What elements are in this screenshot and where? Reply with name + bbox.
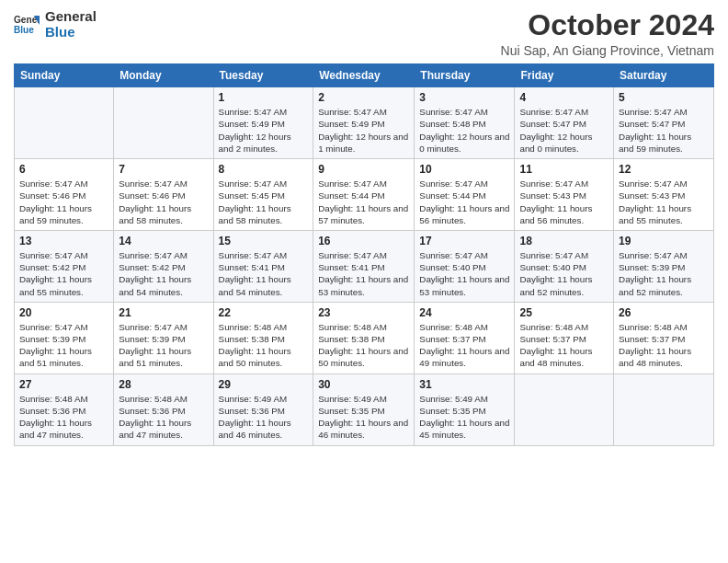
col-saturday: Saturday — [614, 64, 714, 87]
day-number: 10 — [419, 163, 509, 176]
day-number: 6 — [19, 163, 108, 176]
logo-blue: Blue — [45, 25, 97, 40]
calendar-cell-w4-d4: 23Sunrise: 5:48 AM Sunset: 5:38 PM Dayli… — [313, 302, 415, 373]
calendar-cell-w1-d3: 1Sunrise: 5:47 AM Sunset: 5:49 PM Daylig… — [213, 87, 313, 159]
col-thursday: Thursday — [415, 64, 515, 87]
calendar-cell-w1-d4: 2Sunrise: 5:47 AM Sunset: 5:49 PM Daylig… — [313, 87, 415, 159]
day-info: Sunrise: 5:47 AM Sunset: 5:46 PM Dayligh… — [19, 178, 108, 226]
day-info: Sunrise: 5:47 AM Sunset: 5:43 PM Dayligh… — [519, 178, 609, 226]
calendar-cell-w4-d1: 20Sunrise: 5:47 AM Sunset: 5:39 PM Dayli… — [15, 302, 114, 373]
day-info: Sunrise: 5:47 AM Sunset: 5:42 PM Dayligh… — [19, 249, 108, 298]
day-number: 15 — [219, 235, 309, 247]
svg-text:Blue: Blue — [14, 24, 34, 34]
calendar-cell-w3-d7: 19Sunrise: 5:47 AM Sunset: 5:39 PM Dayli… — [614, 230, 714, 302]
calendar-cell-w5-d1: 27Sunrise: 5:48 AM Sunset: 5:36 PM Dayli… — [15, 373, 114, 445]
day-info: Sunrise: 5:49 AM Sunset: 5:36 PM Dayligh… — [219, 393, 309, 442]
calendar-cell-w1-d7: 5Sunrise: 5:47 AM Sunset: 5:47 PM Daylig… — [614, 87, 714, 159]
day-info: Sunrise: 5:48 AM Sunset: 5:38 PM Dayligh… — [219, 321, 309, 370]
day-number: 3 — [419, 91, 509, 104]
day-info: Sunrise: 5:48 AM Sunset: 5:38 PM Dayligh… — [318, 321, 409, 370]
day-info: Sunrise: 5:47 AM Sunset: 5:41 PM Dayligh… — [318, 249, 409, 298]
day-info: Sunrise: 5:47 AM Sunset: 5:40 PM Dayligh… — [419, 249, 509, 298]
day-number: 2 — [318, 91, 409, 104]
day-number: 31 — [419, 378, 509, 391]
calendar-cell-w3-d1: 13Sunrise: 5:47 AM Sunset: 5:42 PM Dayli… — [15, 230, 114, 302]
calendar-cell-w5-d4: 30Sunrise: 5:49 AM Sunset: 5:35 PM Dayli… — [313, 373, 415, 445]
calendar-cell-w5-d5: 31Sunrise: 5:49 AM Sunset: 5:35 PM Dayli… — [415, 373, 515, 445]
day-info: Sunrise: 5:47 AM Sunset: 5:46 PM Dayligh… — [119, 178, 208, 226]
calendar-cell-w2-d3: 8Sunrise: 5:47 AM Sunset: 5:45 PM Daylig… — [213, 159, 313, 231]
day-info: Sunrise: 5:47 AM Sunset: 5:42 PM Dayligh… — [119, 249, 208, 298]
calendar-cell-w4-d6: 25Sunrise: 5:48 AM Sunset: 5:37 PM Dayli… — [515, 302, 614, 373]
day-info: Sunrise: 5:47 AM Sunset: 5:39 PM Dayligh… — [19, 321, 108, 370]
day-info: Sunrise: 5:47 AM Sunset: 5:45 PM Dayligh… — [219, 178, 309, 226]
day-info: Sunrise: 5:47 AM Sunset: 5:49 PM Dayligh… — [219, 106, 309, 155]
day-number: 19 — [619, 235, 709, 247]
calendar-week-1: 1Sunrise: 5:47 AM Sunset: 5:49 PM Daylig… — [15, 87, 714, 159]
day-info: Sunrise: 5:47 AM Sunset: 5:39 PM Dayligh… — [119, 321, 208, 370]
calendar-cell-w1-d2 — [114, 87, 213, 159]
col-sunday: Sunday — [15, 64, 114, 87]
day-number: 11 — [519, 163, 609, 176]
calendar-week-4: 20Sunrise: 5:47 AM Sunset: 5:39 PM Dayli… — [15, 302, 714, 373]
calendar-cell-w4-d7: 26Sunrise: 5:48 AM Sunset: 5:37 PM Dayli… — [614, 302, 714, 373]
day-number: 1 — [219, 91, 309, 104]
calendar-cell-w5-d6 — [515, 373, 614, 445]
calendar-cell-w4-d2: 21Sunrise: 5:47 AM Sunset: 5:39 PM Dayli… — [114, 302, 213, 373]
calendar-cell-w2-d2: 7Sunrise: 5:47 AM Sunset: 5:46 PM Daylig… — [114, 159, 213, 231]
logo-icon: General Blue — [14, 12, 40, 38]
day-info: Sunrise: 5:47 AM Sunset: 5:49 PM Dayligh… — [318, 106, 409, 155]
day-info: Sunrise: 5:47 AM Sunset: 5:48 PM Dayligh… — [419, 106, 509, 155]
calendar-cell-w1-d5: 3Sunrise: 5:47 AM Sunset: 5:48 PM Daylig… — [415, 87, 515, 159]
day-info: Sunrise: 5:48 AM Sunset: 5:37 PM Dayligh… — [619, 321, 709, 370]
calendar-cell-w3-d6: 18Sunrise: 5:47 AM Sunset: 5:40 PM Dayli… — [515, 230, 614, 302]
day-number: 21 — [119, 306, 208, 319]
weekday-header-row: Sunday Monday Tuesday Wednesday Thursday… — [15, 64, 714, 87]
day-number: 14 — [119, 235, 208, 247]
day-info: Sunrise: 5:47 AM Sunset: 5:43 PM Dayligh… — [619, 178, 709, 226]
day-number: 4 — [519, 91, 609, 104]
calendar-cell-w3-d5: 17Sunrise: 5:47 AM Sunset: 5:40 PM Dayli… — [415, 230, 515, 302]
day-number: 25 — [519, 306, 609, 319]
day-number: 29 — [219, 378, 309, 391]
calendar-cell-w4-d3: 22Sunrise: 5:48 AM Sunset: 5:38 PM Dayli… — [213, 302, 313, 373]
day-number: 5 — [619, 91, 709, 104]
day-info: Sunrise: 5:47 AM Sunset: 5:44 PM Dayligh… — [318, 178, 409, 226]
day-info: Sunrise: 5:47 AM Sunset: 5:39 PM Dayligh… — [619, 249, 709, 298]
calendar-cell-w5-d2: 28Sunrise: 5:48 AM Sunset: 5:36 PM Dayli… — [114, 373, 213, 445]
day-number: 26 — [619, 306, 709, 319]
day-number: 22 — [219, 306, 309, 319]
day-info: Sunrise: 5:48 AM Sunset: 5:37 PM Dayligh… — [519, 321, 609, 370]
day-number: 24 — [419, 306, 509, 319]
title-block: October 2024 Nui Sap, An Giang Province,… — [501, 9, 714, 58]
calendar-cell-w1-d1 — [15, 87, 114, 159]
calendar-cell-w5-d7 — [614, 373, 714, 445]
location-label: Nui Sap, An Giang Province, Vietnam — [501, 43, 714, 58]
col-wednesday: Wednesday — [313, 64, 415, 87]
page-header: General Blue General Blue October 2024 N… — [14, 9, 714, 58]
calendar-cell-w3-d2: 14Sunrise: 5:47 AM Sunset: 5:42 PM Dayli… — [114, 230, 213, 302]
day-info: Sunrise: 5:49 AM Sunset: 5:35 PM Dayligh… — [318, 393, 409, 442]
day-number: 13 — [19, 235, 108, 247]
day-number: 18 — [519, 235, 609, 247]
col-monday: Monday — [114, 64, 213, 87]
calendar-cell-w5-d3: 29Sunrise: 5:49 AM Sunset: 5:36 PM Dayli… — [213, 373, 313, 445]
calendar-week-5: 27Sunrise: 5:48 AM Sunset: 5:36 PM Dayli… — [15, 373, 714, 445]
day-info: Sunrise: 5:47 AM Sunset: 5:44 PM Dayligh… — [419, 178, 509, 226]
logo: General Blue General Blue — [14, 9, 97, 40]
logo-general: General — [45, 9, 97, 25]
col-tuesday: Tuesday — [213, 64, 313, 87]
calendar-cell-w2-d5: 10Sunrise: 5:47 AM Sunset: 5:44 PM Dayli… — [415, 159, 515, 231]
day-number: 16 — [318, 235, 409, 247]
col-friday: Friday — [515, 64, 614, 87]
calendar-week-2: 6Sunrise: 5:47 AM Sunset: 5:46 PM Daylig… — [15, 159, 714, 231]
calendar-cell-w2-d1: 6Sunrise: 5:47 AM Sunset: 5:46 PM Daylig… — [15, 159, 114, 231]
calendar-cell-w2-d7: 12Sunrise: 5:47 AM Sunset: 5:43 PM Dayli… — [614, 159, 714, 231]
calendar-cell-w4-d5: 24Sunrise: 5:48 AM Sunset: 5:37 PM Dayli… — [415, 302, 515, 373]
day-number: 23 — [318, 306, 409, 319]
day-info: Sunrise: 5:47 AM Sunset: 5:47 PM Dayligh… — [619, 106, 709, 155]
day-info: Sunrise: 5:49 AM Sunset: 5:35 PM Dayligh… — [419, 393, 509, 442]
day-info: Sunrise: 5:47 AM Sunset: 5:47 PM Dayligh… — [519, 106, 609, 155]
day-info: Sunrise: 5:48 AM Sunset: 5:36 PM Dayligh… — [119, 393, 208, 442]
day-info: Sunrise: 5:48 AM Sunset: 5:37 PM Dayligh… — [419, 321, 509, 370]
